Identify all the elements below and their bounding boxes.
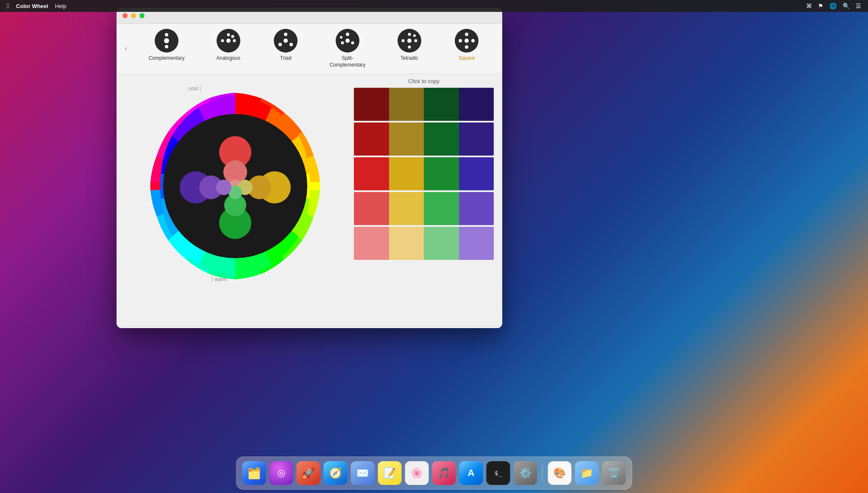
split-complementary-icon	[336, 29, 359, 53]
folder-icon: 📁	[581, 467, 593, 479]
swatch-1-3	[424, 88, 459, 121]
swatch-5-1	[354, 227, 389, 260]
svg-point-25	[471, 39, 475, 42]
dock-siri[interactable]: ◎	[270, 461, 293, 485]
nav-item-split-complementary[interactable]: Split-Complementary	[326, 29, 369, 68]
wheel-svg	[127, 78, 343, 294]
svg-point-6	[233, 39, 236, 42]
swatch-4-2	[389, 192, 424, 225]
swatch-3-3	[424, 157, 459, 190]
close-button[interactable]	[122, 13, 128, 18]
dock-finder[interactable]: 🗂️	[242, 461, 266, 485]
palette-panel: Click to copy	[354, 78, 494, 321]
terminal-icon: $_	[495, 470, 502, 476]
wheel-container: cool warm	[125, 78, 345, 321]
palette-row-1[interactable]	[354, 88, 494, 121]
apple-menu[interactable]: 	[7, 2, 9, 10]
warm-label: warm	[212, 276, 227, 282]
analogous-icon	[217, 29, 240, 53]
swatch-5-3	[424, 227, 459, 260]
siri-icon: ◎	[277, 468, 285, 479]
palette-row-2[interactable]	[354, 123, 494, 156]
swatch-2-2	[389, 123, 424, 156]
svg-point-17	[407, 39, 412, 43]
back-button[interactable]: ‹	[120, 43, 132, 55]
svg-point-5	[231, 35, 234, 38]
notes-icon: 📝	[384, 467, 396, 479]
color-wheel[interactable]: cool warm	[127, 78, 343, 294]
menubar:  Color Wheel Help ⌘ ⚑ 🌐 🔍 ☰	[0, 0, 868, 12]
svg-point-12	[345, 39, 350, 43]
trash-icon: 🗑️	[608, 467, 620, 479]
svg-point-8	[284, 39, 288, 43]
swatch-2-1	[354, 123, 389, 156]
split-complementary-label: Split-Complementary	[330, 55, 366, 68]
palette-row-5[interactable]	[354, 227, 494, 260]
launchpad-icon: 🚀	[302, 467, 315, 479]
appstore-icon: A	[468, 468, 475, 479]
svg-point-23	[465, 39, 469, 43]
svg-point-24	[465, 33, 468, 36]
menubar-icon-5[interactable]: ☰	[856, 3, 861, 9]
swatch-4-4	[459, 192, 494, 225]
dock-folder[interactable]: 📁	[575, 461, 599, 485]
dock-notes[interactable]: 📝	[378, 461, 402, 485]
main-content: cool warm	[117, 74, 502, 326]
menubar-icon-1: ⌘	[806, 3, 812, 9]
menubar-right: ⌘ ⚑ 🌐 🔍 ☰	[806, 3, 861, 9]
finder-icon: 🗂️	[248, 467, 261, 480]
swatch-2-4	[459, 123, 494, 156]
swatch-4-1	[354, 192, 389, 225]
svg-point-9	[284, 33, 287, 36]
tetradic-icon	[398, 29, 421, 53]
svg-point-1	[165, 33, 168, 36]
dock-terminal[interactable]: $_	[487, 461, 510, 485]
photos-icon: 🌸	[411, 467, 423, 479]
svg-point-4	[227, 33, 230, 36]
swatch-1-4	[459, 88, 494, 121]
dock: 🗂️ ◎ 🚀 🧭 ✉️ 📝 🌸 🎵 A $_ ⚙️ 🎨 📁 🗑️	[236, 457, 632, 490]
help-menu[interactable]: Help	[55, 3, 67, 9]
menubar-icon-2: ⚑	[818, 3, 823, 9]
app-name-menu[interactable]: Color Wheel	[16, 3, 48, 9]
dock-appstore[interactable]: A	[459, 461, 483, 485]
palette-row-4[interactable]	[354, 192, 494, 225]
menubar-icon-4[interactable]: 🔍	[843, 3, 850, 9]
swatch-1-1	[354, 88, 389, 121]
svg-point-27	[459, 39, 462, 42]
svg-point-26	[465, 45, 468, 49]
dock-launchpad[interactable]: 🚀	[297, 461, 320, 485]
dock-trash[interactable]: 🗑️	[602, 461, 626, 485]
nav-item-triad[interactable]: Triad	[269, 29, 303, 62]
minimize-button[interactable]	[131, 13, 136, 18]
nav-items: Complementary Analogous	[134, 29, 495, 68]
svg-point-14	[341, 42, 344, 45]
svg-point-2	[165, 45, 168, 48]
dock-sysprefs[interactable]: ⚙️	[514, 461, 537, 485]
dock-music[interactable]: 🎵	[432, 461, 456, 485]
mail-icon: ✉️	[356, 467, 369, 479]
swatch-2-3	[424, 123, 459, 156]
swatch-5-4	[459, 227, 494, 260]
maximize-button[interactable]	[139, 13, 145, 18]
nav-item-analogous[interactable]: Analogous	[211, 29, 245, 62]
colorwheel-dock-icon: 🎨	[554, 467, 566, 479]
svg-point-11	[289, 43, 293, 46]
swatch-3-1	[354, 157, 389, 190]
menubar-left:  Color Wheel Help	[7, 2, 66, 10]
square-label: Square	[459, 55, 475, 62]
dock-colorwheel[interactable]: 🎨	[548, 461, 572, 485]
dock-safari[interactable]: 🧭	[324, 461, 348, 485]
palette-row-3[interactable]	[354, 157, 494, 190]
svg-point-13	[346, 33, 349, 36]
nav-item-complementary[interactable]: Complementary	[145, 29, 188, 62]
nav-item-square[interactable]: Square	[450, 29, 484, 62]
dock-mail[interactable]: ✉️	[351, 461, 375, 485]
nav-item-tetradic[interactable]: Tetradic	[392, 29, 426, 62]
click-to-copy: Click to copy	[354, 78, 494, 84]
analogous-label: Analogous	[216, 55, 240, 62]
dock-photos[interactable]: 🌸	[405, 461, 429, 485]
svg-point-0	[164, 38, 169, 43]
svg-point-18	[408, 33, 411, 36]
music-icon: 🎵	[438, 467, 451, 479]
